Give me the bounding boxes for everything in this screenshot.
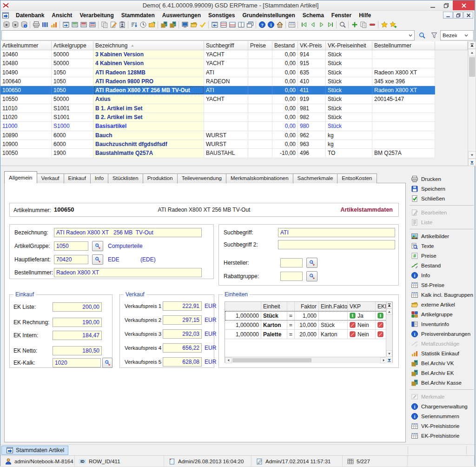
grid-cell[interactable]: -10,00 (272, 149, 298, 157)
column-header-vk-preiseinheit[interactable]: VK-Preiseinheit (326, 41, 372, 50)
grid-cell[interactable] (248, 50, 272, 59)
grid-cell[interactable] (372, 104, 435, 113)
grid-cell[interactable]: BAUSTAHL (204, 149, 248, 157)
einheiten-column-header-0[interactable] (225, 302, 261, 311)
nav-first-icon[interactable] (299, 20, 308, 29)
einheiten-cell[interactable]: 1,000000 (225, 330, 261, 339)
db-info-icon[interactable]: i (20, 20, 28, 29)
grid-cell[interactable]: 0,00 (272, 104, 298, 113)
grid-cell[interactable] (372, 50, 435, 59)
grid-cell[interactable]: ATI Radeon 128MB (93, 68, 204, 77)
verkaufspreis-field-3[interactable] (163, 329, 202, 339)
grid-cell[interactable] (372, 131, 435, 140)
grid-cell[interactable]: ATI (204, 68, 248, 77)
tab-produktion[interactable]: Produktion (143, 173, 178, 183)
stats-icon[interactable] (49, 20, 58, 29)
einkauf-field-ek-rechnung-[interactable] (53, 318, 102, 327)
archive-icon[interactable] (159, 20, 168, 29)
menu-item-fenster[interactable]: Fenster (328, 11, 355, 20)
table-row[interactable]: 11000S1000Basisartikel0,00980Stück (0, 122, 435, 131)
grid-cell[interactable]: 0,00 (272, 86, 298, 94)
scroll-up-button[interactable] (468, 49, 476, 56)
star-icon[interactable] (380, 20, 389, 29)
help-circle-icon[interactable]: ? (258, 20, 266, 29)
grid-cell[interactable]: 10460 (0, 50, 52, 59)
hauptlieferant-lookup-button[interactable] (92, 254, 103, 265)
einheiten-cell[interactable]: Palette (261, 330, 287, 339)
grid-cell[interactable]: BM Q257A (372, 149, 435, 157)
menu-item-datenbank[interactable]: Datenbank (12, 11, 48, 20)
tab-merkmalskombinationen[interactable]: Merkmalskombinationen (226, 173, 293, 183)
copy-doc-icon[interactable] (359, 20, 368, 29)
search-column-select[interactable]: Bezeichnung (440, 30, 474, 40)
grid-cell[interactable]: 914 (298, 50, 326, 59)
grid-cell[interactable]: TO (326, 149, 372, 157)
grid-cell[interactable]: 100640 (0, 77, 52, 86)
grid-cell[interactable] (204, 104, 248, 113)
grid-cell[interactable]: ATI Radeon X800 XT 256 MB TV-Out (93, 86, 204, 94)
einheiten-column-header-4[interactable]: Einh.Faktor (319, 302, 348, 311)
sidebar-item-stl-preise[interactable]: Stl-Preise (409, 280, 475, 290)
tab-sachmerkmale[interactable]: Sachmerkmale (293, 173, 338, 183)
column-header-vk-preis[interactable]: VK-Preis (298, 41, 326, 50)
sidebar-item-speichern[interactable]: Speichern (409, 184, 475, 193)
search-button[interactable] (416, 30, 428, 40)
column-header-bestand[interactable]: Bestand (272, 41, 298, 50)
artikelgruppe-lookup-button[interactable] (92, 241, 103, 251)
grid-cell[interactable]: YACHT (204, 59, 248, 67)
grid-cell[interactable]: 1900 (52, 149, 93, 157)
mdi-minimize-button[interactable] (443, 12, 453, 19)
grid-cell[interactable]: 10550 (0, 95, 52, 103)
grid-cell[interactable]: 50000 (52, 50, 93, 59)
sidebar-item-preise[interactable]: #Preise (409, 251, 475, 260)
menu-item-auswertungen[interactable]: Auswertungen (159, 11, 205, 20)
printer-icon[interactable] (32, 20, 40, 29)
table-row[interactable]: 109006000Bauchzuschnitt dfgdsdfsdfWURST0… (0, 140, 435, 149)
grid-cell[interactable]: 6000 (52, 140, 93, 148)
grid-cell[interactable] (248, 104, 272, 113)
grid-cell[interactable] (248, 131, 272, 140)
grid-cell[interactable]: 3 Kabinen Version (93, 50, 204, 59)
sidebar-item-texte[interactable]: Texte (409, 241, 475, 251)
filter-combo[interactable] (1, 30, 415, 40)
barcode-icon[interactable] (40, 20, 49, 29)
grid-cell[interactable]: B 2. Artikel im Set (93, 113, 204, 121)
table-row[interactable]: 10480500004 Kabinen VersionYACHT0,00915S… (0, 59, 435, 68)
scroll-track[interactable] (468, 56, 476, 151)
scroll-jump-bottom-button[interactable] (468, 159, 476, 166)
einheiten-cell[interactable]: 10,000 (295, 320, 319, 330)
artikelgruppe-field[interactable] (54, 241, 88, 251)
db-open-icon[interactable] (2, 20, 11, 29)
grid-cell[interactable]: 11020 (0, 113, 52, 121)
minimize-button[interactable] (426, 0, 439, 10)
sidebar-item-info[interactable]: iInfo (409, 270, 475, 280)
grid-cell[interactable]: 496 (298, 149, 326, 157)
grid-cell[interactable]: Bauchzuschnitt dfgdsdfsdf (93, 140, 204, 148)
menu-item-stammdaten[interactable]: Stammdaten (118, 11, 159, 20)
splitter[interactable] (0, 166, 475, 169)
table-row[interactable]: 11010S1001B 1. Artikel im Set0,00981Stüc… (0, 104, 435, 113)
monitor-icon[interactable] (180, 20, 189, 29)
grid-cell[interactable]: 962 (298, 131, 326, 140)
einheiten-row[interactable]: 1,000000Palette=20,000KartonNein (225, 330, 392, 339)
sidebar-item-kalk-incl-baugruppen[interactable]: Kalk incl. Baugruppen (409, 290, 475, 300)
chevron-down-icon[interactable] (457, 31, 473, 40)
close-button[interactable] (453, 0, 475, 10)
menu-item-ansicht[interactable]: Ansicht (48, 11, 76, 20)
mdi-restore-button[interactable] (453, 12, 463, 19)
info-icon[interactable]: i (266, 20, 275, 29)
table-row[interactable]: 1006501050ATI Radeon X800 XT 256 MB TV-O… (0, 86, 435, 95)
menu-item-verarbeitung[interactable]: Verarbeitung (76, 11, 117, 20)
grid-cell[interactable]: 100650 (0, 86, 52, 94)
sidebar-item-vk-preishistorie[interactable]: VK-Preishistorie (409, 421, 475, 431)
grid-cell[interactable]: WURST (204, 131, 248, 140)
grid-cell[interactable]: 915 (298, 59, 326, 67)
nav-next-icon[interactable] (317, 20, 326, 29)
grid-cell[interactable]: Stück (326, 86, 372, 94)
grid-cell[interactable]: ATI Radeon 9800 PRO (93, 77, 204, 86)
grid-cell[interactable]: 963 (298, 140, 326, 148)
table-row[interactable]: 104901050ATI Radeon 128MBATI0,00635Stück… (0, 68, 435, 77)
restore-button[interactable] (439, 0, 453, 10)
grid-cell[interactable]: 10050 (0, 149, 52, 157)
grid-cell[interactable]: Bauch (93, 131, 204, 140)
